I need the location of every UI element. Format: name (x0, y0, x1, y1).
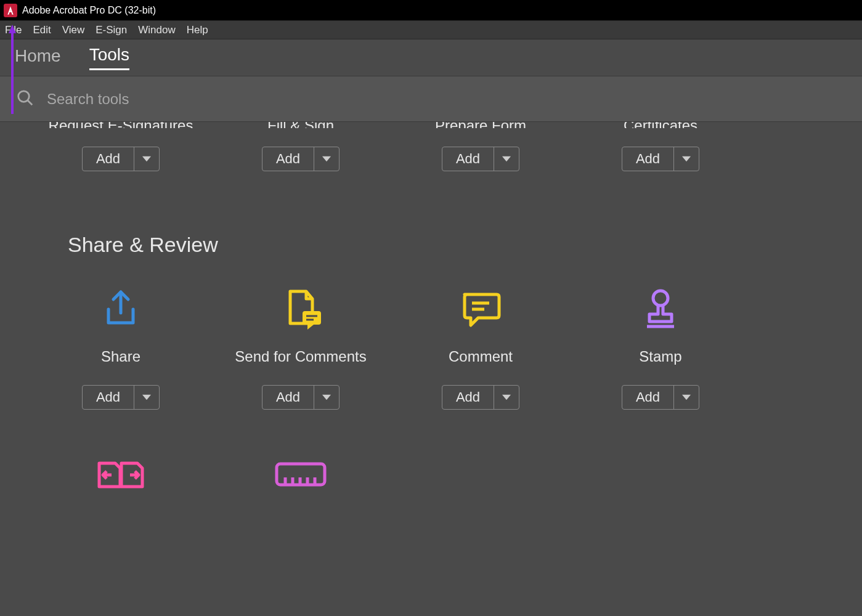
tool-label: Fill & Sign (211, 122, 391, 128)
menu-esign[interactable]: E-Sign (96, 24, 127, 36)
titlebar: Adobe Acrobat Pro DC (32-bit) (0, 0, 862, 21)
add-button-group[interactable]: Add (82, 147, 160, 171)
stamp-icon[interactable] (571, 282, 750, 337)
add-button[interactable]: Add (622, 386, 674, 409)
add-button-group[interactable]: Add (82, 385, 160, 410)
add-button-group[interactable]: Add (622, 147, 699, 171)
add-button-group[interactable]: Add (622, 385, 699, 410)
svg-line-1 (28, 100, 32, 105)
search-input[interactable] (47, 91, 417, 108)
add-dropdown[interactable] (494, 386, 519, 409)
share-icon[interactable] (31, 282, 211, 337)
add-button-row: Add Add Add Add (0, 128, 862, 171)
search-icon (16, 89, 35, 110)
section-header-share-review: Share & Review (0, 233, 862, 257)
menu-view[interactable]: View (62, 24, 85, 36)
svg-point-7 (653, 291, 668, 306)
searchbar (0, 76, 862, 122)
tool-label: Certificates (571, 122, 750, 128)
menubar: File Edit View E-Sign Window Help (0, 21, 862, 39)
app-title: Adobe Acrobat Pro DC (32-bit) (22, 5, 156, 16)
tabbar: Home Tools (0, 39, 862, 76)
measure-icon[interactable] (211, 447, 391, 502)
tools-content: Request E-Signatures Fill & Sign Prepare… (0, 122, 862, 616)
add-button[interactable]: Add (262, 386, 314, 409)
add-dropdown[interactable] (134, 386, 159, 409)
tab-tools[interactable]: Tools (89, 45, 129, 70)
tool-label-share: Share (31, 348, 211, 365)
add-button[interactable]: Add (442, 386, 494, 409)
comment-icon[interactable] (391, 282, 571, 337)
add-dropdown[interactable] (314, 386, 339, 409)
menu-window[interactable]: Window (138, 24, 175, 36)
compare-files-icon[interactable] (31, 447, 211, 502)
tool-label: Request E-Signatures (31, 122, 211, 128)
add-button[interactable]: Add (622, 147, 674, 171)
tool-label-send-for-comments: Send for Comments (211, 348, 391, 365)
add-dropdown[interactable] (494, 147, 519, 171)
send-for-comments-icon[interactable] (211, 282, 391, 337)
add-button[interactable]: Add (442, 147, 494, 171)
tool-label-stamp: Stamp (571, 348, 750, 365)
add-dropdown[interactable] (314, 147, 339, 171)
add-button-group[interactable]: Add (442, 385, 519, 410)
acrobat-app-icon (4, 4, 17, 17)
add-button[interactable]: Add (262, 147, 314, 171)
svg-point-0 (18, 91, 30, 102)
add-dropdown[interactable] (134, 147, 159, 171)
add-dropdown[interactable] (674, 386, 699, 409)
tool-label-comment: Comment (391, 348, 571, 365)
tab-home[interactable]: Home (15, 46, 61, 70)
add-button-group[interactable]: Add (442, 147, 519, 171)
svg-rect-2 (303, 311, 321, 325)
add-button[interactable]: Add (83, 386, 134, 409)
tool-label: Prepare Form (391, 122, 571, 128)
add-button-group[interactable]: Add (262, 385, 340, 410)
tools-row-clipped: Request E-Signatures Fill & Sign Prepare… (0, 122, 862, 128)
add-button[interactable]: Add (83, 147, 134, 171)
menu-help[interactable]: Help (187, 24, 208, 36)
add-button-row: Add Add Add Add (0, 374, 862, 410)
add-button-group[interactable]: Add (262, 147, 340, 171)
menu-file[interactable]: File (5, 24, 22, 36)
menu-edit[interactable]: Edit (33, 24, 51, 36)
add-dropdown[interactable] (674, 147, 699, 171)
